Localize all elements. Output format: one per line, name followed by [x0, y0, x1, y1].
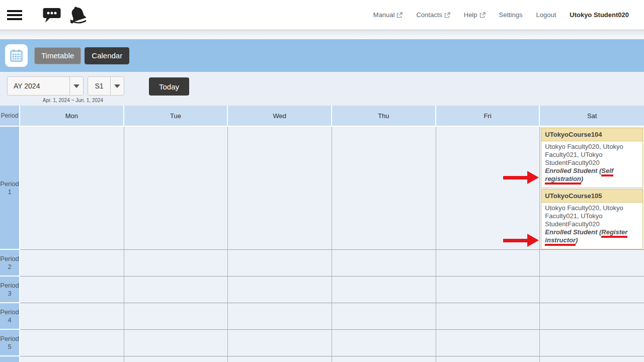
- period-1-label: Period 1: [0, 127, 20, 250]
- nav-contacts-label: Contacts: [416, 11, 442, 19]
- course-instructors: Utokyo Faculty020, Utokyo Faculty021, UT…: [545, 143, 623, 166]
- course-details: Utokyo Faculty020, Utokyo Faculty021, UT…: [541, 203, 642, 249]
- hamburger-menu-icon[interactable]: [7, 10, 22, 20]
- academic-year-value: AY 2024: [8, 77, 69, 95]
- cell-tue-p1[interactable]: [124, 127, 228, 250]
- chevron-down-icon: [69, 77, 83, 95]
- view-switch-banner: Timetable Calendar: [0, 39, 644, 72]
- cell-thu-p3[interactable]: [332, 277, 436, 303]
- chevron-down-icon: [110, 77, 124, 95]
- cell-sat-p1: UTokyoCourse104 Utokyo Faculty020, Utoky…: [540, 127, 644, 250]
- period-4-label: Period 4: [0, 303, 20, 330]
- cell-fri-p5[interactable]: [436, 330, 540, 356]
- filter-bar: AY 2024 S1 Today Apr. 1, 2024 ~ Jun. 1, …: [0, 72, 644, 106]
- nav-help[interactable]: Help: [464, 11, 486, 19]
- cell-thu-p6[interactable]: [332, 356, 436, 362]
- nav-logout-label: Logout: [536, 11, 556, 19]
- nav-contacts[interactable]: Contacts: [416, 11, 450, 19]
- column-header-fri: Fri: [436, 106, 540, 127]
- cell-thu-p4[interactable]: [332, 303, 436, 330]
- term-select[interactable]: S1: [88, 76, 124, 96]
- term-value: S1: [88, 77, 110, 95]
- tab-calendar[interactable]: Calendar: [85, 47, 129, 64]
- cell-fri-p4[interactable]: [436, 303, 540, 330]
- nav-manual-label: Manual: [373, 11, 395, 19]
- academic-year-select[interactable]: AY 2024: [7, 76, 84, 96]
- cell-wed-p6[interactable]: [228, 356, 332, 362]
- timetable-page: Manual Contacts Help Settings Logout Uto…: [0, 0, 644, 362]
- cell-fri-p3[interactable]: [436, 277, 540, 303]
- top-header: Manual Contacts Help Settings Logout Uto…: [0, 0, 644, 30]
- cell-sat-p2[interactable]: [540, 250, 644, 277]
- cell-wed-p2[interactable]: [228, 250, 332, 277]
- nav-settings[interactable]: Settings: [499, 11, 523, 19]
- period-2-label: Period 2: [0, 250, 20, 277]
- column-header-period: Period: [0, 106, 20, 127]
- cell-wed-p4[interactable]: [228, 303, 332, 330]
- period-6-label: Period 6: [0, 356, 20, 362]
- cell-mon-p6[interactable]: [20, 356, 124, 362]
- cell-tue-p5[interactable]: [124, 330, 228, 356]
- cell-fri-p2[interactable]: [436, 250, 540, 277]
- cell-tue-p6[interactable]: [124, 356, 228, 362]
- course-title[interactable]: UTokyoCourse104: [541, 128, 642, 141]
- column-header-sat: Sat: [540, 106, 644, 127]
- today-button[interactable]: Today: [149, 77, 189, 96]
- chat-bubble-icon[interactable]: [42, 7, 61, 24]
- tab-timetable[interactable]: Timetable: [34, 47, 81, 64]
- cell-fri-p1[interactable]: [436, 127, 540, 250]
- external-link-icon: [479, 12, 486, 18]
- cell-thu-p1[interactable]: [332, 127, 436, 250]
- nav-help-label: Help: [464, 11, 477, 19]
- timetable-grid: Period Mon Tue Wed Thu Fri Sat Period 1 …: [0, 106, 644, 362]
- course-instructors: Utokyo Faculty020, Utokyo Faculty021, UT…: [545, 204, 623, 228]
- view-tabs: Timetable Calendar: [34, 47, 129, 64]
- external-link-icon: [396, 12, 403, 18]
- cell-tue-p2[interactable]: [124, 250, 228, 277]
- course-title[interactable]: UTokyoCourse105: [541, 190, 642, 203]
- cell-tue-p4[interactable]: [124, 303, 228, 330]
- cell-sat-p5[interactable]: [540, 330, 644, 356]
- cell-mon-p2[interactable]: [20, 250, 124, 277]
- cell-wed-p5[interactable]: [228, 330, 332, 356]
- notification-bell-icon[interactable]: [67, 5, 89, 25]
- cell-tue-p3[interactable]: [124, 277, 228, 303]
- header-shadow: [0, 30, 644, 39]
- column-header-wed: Wed: [228, 106, 332, 127]
- course-card: UTokyoCourse105 Utokyo Faculty020, Utoky…: [541, 189, 643, 249]
- period-3-label: Period 3: [0, 277, 20, 303]
- column-header-thu: Thu: [332, 106, 436, 127]
- column-header-tue: Tue: [124, 106, 228, 127]
- cell-sat-p6[interactable]: [540, 356, 644, 362]
- cell-wed-p1[interactable]: [228, 127, 332, 250]
- course-card: UTokyoCourse104 Utokyo Faculty020, Utoky…: [541, 128, 643, 188]
- enrollment-status: Enrolled Student (Register instructor): [545, 228, 639, 244]
- cell-mon-p1[interactable]: [20, 127, 124, 250]
- cell-sat-p4[interactable]: [540, 303, 644, 330]
- top-nav: Manual Contacts Help Settings Logout Uto…: [373, 11, 629, 19]
- external-link-icon: [444, 12, 450, 18]
- nav-logout[interactable]: Logout: [536, 11, 556, 19]
- enrollment-status: Enrolled Student (Self registration): [545, 167, 639, 183]
- cell-mon-p4[interactable]: [20, 303, 124, 330]
- cell-thu-p2[interactable]: [332, 250, 436, 277]
- logged-in-user: Utokyo Student020: [570, 11, 629, 19]
- cell-thu-p5[interactable]: [332, 330, 436, 356]
- calendar-icon: [5, 44, 28, 67]
- column-header-mon: Mon: [20, 106, 124, 127]
- term-date-range: Apr. 1, 2024 ~ Jun. 1, 2024: [0, 98, 146, 103]
- cell-sat-p3[interactable]: [540, 277, 644, 303]
- course-details: Utokyo Faculty020, Utokyo Faculty021, UT…: [541, 141, 642, 188]
- cell-mon-p5[interactable]: [20, 330, 124, 356]
- cell-mon-p3[interactable]: [20, 277, 124, 303]
- nav-settings-label: Settings: [499, 11, 523, 19]
- cell-fri-p6[interactable]: [436, 356, 540, 362]
- period-5-label: Period 5: [0, 330, 20, 356]
- nav-manual[interactable]: Manual: [373, 11, 403, 19]
- cell-wed-p3[interactable]: [228, 277, 332, 303]
